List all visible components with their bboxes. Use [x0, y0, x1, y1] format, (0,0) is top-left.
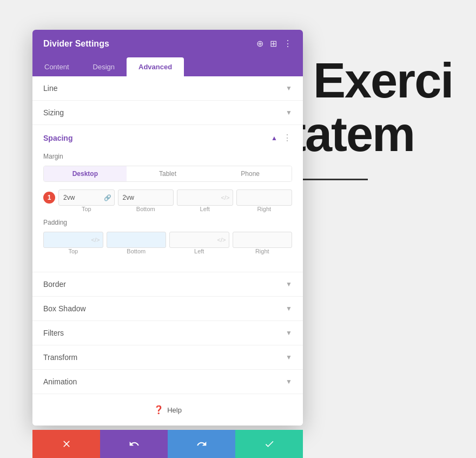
section-border[interactable]: Border ▼ — [32, 272, 303, 297]
panel-header: Divider Settings ⊕ ⊞ ⋮ — [32, 30, 303, 57]
section-sizing-chevron: ▼ — [286, 109, 292, 116]
link-icon-padding-tb: </> — [91, 237, 100, 243]
redo-icon — [196, 439, 207, 449]
section-transform[interactable]: Transform ▼ — [32, 345, 303, 370]
help-text[interactable]: Help — [167, 406, 182, 414]
section-line-chevron: ▼ — [286, 84, 292, 92]
margin-bottom-group — [118, 189, 174, 206]
more-icon[interactable]: ⋮ — [283, 38, 292, 49]
section-spacing: Spacing ▲ ⋮ Margin Desktop Tablet Phone … — [32, 125, 303, 272]
section-box-shadow[interactable]: Box Shadow ▼ — [32, 297, 303, 321]
section-border-label: Border — [43, 280, 66, 289]
margin-left-label: Left — [177, 206, 233, 212]
section-animation-chevron: ▼ — [286, 378, 292, 385]
number-badge: 1 — [43, 192, 55, 204]
padding-left-group: </> — [169, 232, 229, 248]
section-filters-chevron: ▼ — [286, 329, 292, 337]
panel-body: Line ▼ Sizing ▼ Spacing ▲ ⋮ Margin D — [32, 76, 303, 426]
margin-right-input[interactable] — [236, 189, 293, 206]
save-button[interactable] — [235, 430, 303, 458]
section-border-chevron: ▼ — [286, 280, 292, 288]
margin-bottom-label: Bottom — [118, 206, 174, 212]
save-icon — [264, 439, 275, 449]
tab-design[interactable]: Design — [81, 57, 127, 76]
margin-top-group: 🔗 — [58, 189, 115, 206]
spacing-header[interactable]: Spacing ▲ ⋮ — [32, 125, 303, 151]
padding-left-label: Left — [169, 248, 229, 254]
section-sizing[interactable]: Sizing ▼ — [32, 101, 303, 125]
columns-icon[interactable]: ⊞ — [270, 38, 277, 49]
spacing-label: Spacing — [43, 134, 72, 142]
margin-label: Margin — [43, 153, 292, 160]
padding-label: Padding — [43, 219, 292, 226]
margin-top-label: Top — [58, 206, 115, 212]
padding-top-group: </> — [43, 232, 103, 248]
undo-button[interactable] — [100, 430, 168, 458]
link-icon-padding-lr: </> — [217, 237, 226, 243]
padding-bottom-label: Bottom — [107, 248, 167, 254]
padding-right-label: Right — [233, 248, 293, 254]
padding-top-label: Top — [43, 248, 103, 254]
section-animation[interactable]: Animation ▼ — [32, 370, 303, 394]
section-box-shadow-label: Box Shadow — [43, 304, 86, 313]
spacing-content: Margin Desktop Tablet Phone 1 🔗 — [32, 153, 303, 272]
margin-inputs-row: 1 🔗 </> — [43, 189, 292, 206]
tab-bar: Content Design Advanced — [32, 57, 303, 76]
spacing-menu-icon[interactable]: ⋮ — [283, 133, 292, 143]
padding-right-input[interactable] — [233, 232, 293, 248]
cancel-icon — [61, 439, 72, 449]
padding-bottom-input[interactable] — [107, 232, 167, 248]
help-icon[interactable]: ❓ — [154, 405, 164, 415]
padding-bottom-group — [107, 232, 167, 248]
section-line[interactable]: Line ▼ — [32, 76, 303, 101]
panel-header-icons: ⊕ ⊞ ⋮ — [256, 38, 292, 49]
panel-title: Divider Settings — [43, 39, 109, 49]
divider-settings-panel: Divider Settings ⊕ ⊞ ⋮ Content Design Ad… — [32, 30, 303, 426]
margin-bottom-input[interactable] — [118, 189, 174, 206]
device-tab-desktop[interactable]: Desktop — [44, 166, 127, 181]
section-filters-label: Filters — [43, 329, 64, 337]
section-transform-chevron: ▼ — [286, 354, 292, 361]
margin-right-label: Right — [236, 206, 293, 212]
panel-footer — [32, 430, 303, 458]
link-icon-left: </> — [221, 194, 230, 201]
section-box-shadow-chevron: ▼ — [286, 305, 292, 312]
spacing-header-right: ▲ ⋮ — [271, 133, 292, 143]
device-tab-tablet[interactable]: Tablet — [127, 166, 209, 181]
section-animation-label: Animation — [43, 377, 77, 386]
spacing-chevron-icon: ▲ — [271, 134, 277, 142]
target-icon[interactable]: ⊕ — [256, 38, 263, 49]
margin-field-labels: Top Bottom Left Right — [43, 206, 292, 212]
section-line-label: Line — [43, 84, 57, 93]
padding-inputs-row: </> </> — [43, 232, 292, 248]
device-tab-phone[interactable]: Phone — [209, 166, 292, 181]
tab-content[interactable]: Content — [32, 57, 81, 76]
tab-advanced[interactable]: Advanced — [127, 57, 184, 76]
device-tabs: Desktop Tablet Phone — [43, 166, 292, 182]
margin-left-group: </> — [177, 189, 233, 206]
section-filters[interactable]: Filters ▼ — [32, 321, 303, 345]
help-row: ❓ Help — [32, 394, 303, 426]
link-icon-top: 🔗 — [104, 194, 111, 201]
margin-right-group — [236, 189, 293, 206]
undo-icon — [129, 439, 140, 449]
section-transform-label: Transform — [43, 353, 77, 362]
padding-field-labels: Top Bottom Left Right — [43, 248, 292, 254]
padding-right-group — [233, 232, 293, 248]
redo-button[interactable] — [168, 430, 235, 458]
cancel-button[interactable] — [32, 430, 100, 458]
section-sizing-label: Sizing — [43, 108, 64, 117]
